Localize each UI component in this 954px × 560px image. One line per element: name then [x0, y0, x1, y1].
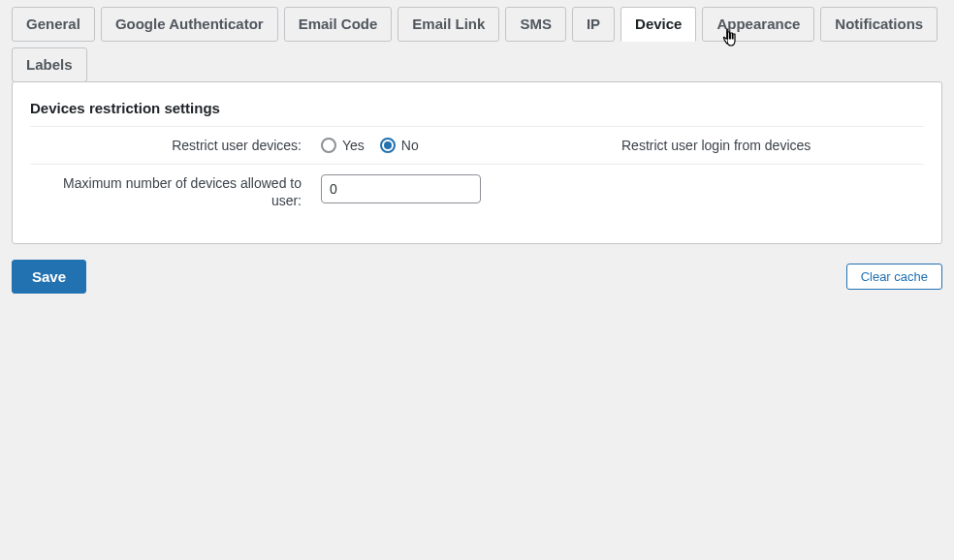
restrict-devices-label: Restrict user devices: — [30, 137, 321, 154]
radio-icon — [321, 138, 336, 153]
settings-panel: Devices restriction settings Restrict us… — [12, 81, 942, 244]
action-bar: Save Clear cache — [12, 260, 942, 294]
clear-cache-button[interactable]: Clear cache — [846, 264, 942, 290]
section-title: Devices restriction settings — [30, 100, 924, 126]
max-devices-label: Maximum number of devices allowed to use… — [30, 174, 321, 209]
tab-ip[interactable]: IP — [572, 7, 615, 42]
radio-label: No — [401, 138, 419, 153]
tab-email-link[interactable]: Email Link — [398, 7, 499, 42]
tab-google-authenticator[interactable]: Google Authenticator — [101, 7, 278, 42]
radio-label: Yes — [342, 138, 365, 153]
tab-device[interactable]: Device — [620, 7, 696, 42]
tab-sms[interactable]: SMS — [505, 7, 566, 42]
tab-general[interactable]: General — [12, 7, 95, 42]
tab-email-code[interactable]: Email Code — [284, 7, 393, 42]
max-devices-input[interactable] — [321, 174, 481, 203]
tab-notifications[interactable]: Notifications — [820, 7, 938, 42]
max-devices-input-wrap — [321, 174, 621, 203]
radio-icon — [380, 138, 396, 153]
row-restrict-devices: Restrict user devices: Yes No Restrict u… — [30, 126, 924, 164]
restrict-devices-help: Restrict user login from devices — [621, 138, 924, 153]
tabs-nav: General Google Authenticator Email Code … — [12, 7, 942, 82]
row-max-devices: Maximum number of devices allowed to use… — [30, 164, 924, 219]
restrict-devices-options: Yes No — [321, 138, 621, 153]
save-button[interactable]: Save — [12, 260, 86, 294]
restrict-yes-option[interactable]: Yes — [321, 138, 365, 153]
tab-appearance[interactable]: Appearance — [702, 7, 814, 42]
tab-labels[interactable]: Labels — [12, 47, 87, 82]
restrict-no-option[interactable]: No — [380, 138, 419, 153]
